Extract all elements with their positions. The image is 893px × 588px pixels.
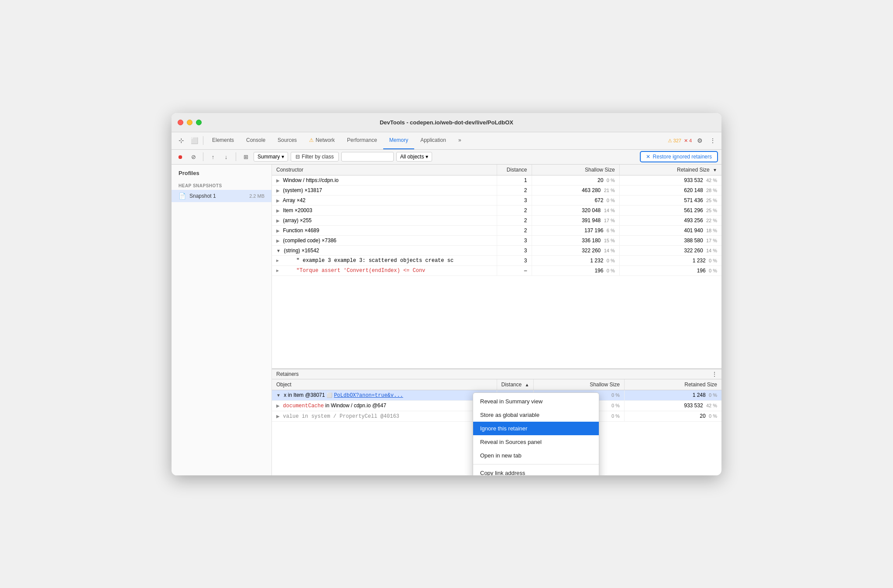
tab-bar: Elements Console Sources ⚠ Network Perfo… xyxy=(206,132,667,149)
summary-label: Summary xyxy=(258,154,280,160)
expand-icon[interactable]: ▶ xyxy=(276,178,280,183)
constructor-cell: ▶ "Torque assert 'Convert(endIndex) <= C… xyxy=(272,265,497,275)
retainers-label: Retainers xyxy=(276,371,299,377)
context-menu-item-ignore-retainer[interactable]: Ignore this retainer xyxy=(473,422,599,435)
context-menu-item-store-global[interactable]: Store as global variable xyxy=(473,408,599,422)
ret-distance-header[interactable]: Distance ▲ xyxy=(497,379,534,390)
ctx-item-label: Reveal in Sources panel xyxy=(480,439,542,445)
ret-retained-cell: 20 0 % xyxy=(624,411,721,421)
table-row[interactable]: ▼ (string) ×16542 3 322 260 14 % 322 260… xyxy=(272,245,721,255)
shallow-cell: 20 0 % xyxy=(532,175,619,185)
constructor-cell: ▶ Function ×4689 xyxy=(272,225,497,235)
stop-icon[interactable]: ⊘ xyxy=(188,151,199,162)
expand-icon[interactable]: ▶ xyxy=(276,218,280,223)
shallow-size-header[interactable]: Shallow Size xyxy=(532,165,619,175)
titlebar: DevTools - codepen.io/web-dot-dev/live/P… xyxy=(172,113,721,132)
constructor-table: Constructor Distance Shallow Size Retain… xyxy=(272,165,721,276)
retainer-link[interactable]: PoLdbOX?anon=true&v... xyxy=(334,392,403,399)
upper-table[interactable]: Constructor Distance Shallow Size Retain… xyxy=(272,165,721,369)
ret-shallow-header[interactable]: Shallow Size xyxy=(534,379,624,390)
record-icon[interactable]: ⏺ xyxy=(175,151,185,162)
constructor-header[interactable]: Constructor xyxy=(272,165,497,175)
upload-icon[interactable]: ↑ xyxy=(208,151,218,162)
retained-size-header[interactable]: Retained Size ▼ xyxy=(619,165,721,175)
context-menu-item-open-new-tab[interactable]: Open in new tab xyxy=(473,449,599,462)
class-filter-input[interactable] xyxy=(341,152,394,162)
tab-performance[interactable]: Performance xyxy=(341,132,383,149)
table-row[interactable]: ▶ Function ×4689 2 137 196 6 % 401 940 1… xyxy=(272,225,721,235)
ctx-item-label: Reveal in Summary view xyxy=(480,398,543,405)
expand-icon[interactable]: ▶ xyxy=(276,268,279,273)
download-icon[interactable]: ↓ xyxy=(221,151,231,162)
expand-icon[interactable]: ▼ xyxy=(276,248,281,253)
filter-button[interactable]: ⊟ Filter by class xyxy=(291,152,338,162)
context-menu-item-copy-link[interactable]: Copy link address xyxy=(473,466,599,475)
secondary-toolbar: ⏺ ⊘ ↑ ↓ ⊞ Summary ▾ ⊟ Filter by class Al… xyxy=(172,150,721,165)
distance-cell: 3 xyxy=(497,245,532,255)
expand-icon[interactable]: ▶ xyxy=(276,414,280,419)
context-menu-item-reveal-summary[interactable]: Reveal in Summary view xyxy=(473,395,599,408)
tab-application[interactable]: Application xyxy=(414,132,452,149)
fullscreen-button[interactable] xyxy=(196,120,202,125)
ret-retained-header[interactable]: Retained Size xyxy=(624,379,721,390)
expand-icon[interactable]: ▶ xyxy=(276,238,280,243)
expand-icon[interactable]: ▶ xyxy=(276,228,280,233)
ctx-item-label: Ignore this retainer xyxy=(480,425,527,432)
tab-sources[interactable]: Sources xyxy=(271,132,303,149)
table-row[interactable]: ▶ "Torque assert 'Convert(endIndex) <= C… xyxy=(272,265,721,275)
retained-cell: 933 532 42 % xyxy=(619,175,721,185)
distance-cell: 2 xyxy=(497,185,532,195)
shallow-cell: 672 0 % xyxy=(532,195,619,205)
expand-icon[interactable]: ▶ xyxy=(276,208,280,213)
clear-icon[interactable]: ⊞ xyxy=(240,151,251,162)
toolbar2-sep1 xyxy=(203,152,203,161)
close-button[interactable] xyxy=(178,120,183,125)
expand-icon[interactable]: ▶ xyxy=(276,198,280,203)
table-row[interactable]: ▶ Window / https://cdpn.io 1 20 0 % 933 … xyxy=(272,175,721,185)
expand-icon[interactable]: ▶ xyxy=(276,188,280,193)
constructor-cell: ▶ " example 3 example 3: scattered objec… xyxy=(272,255,497,265)
more-options-icon[interactable]: ⋮ xyxy=(708,135,718,146)
tab-more[interactable]: » xyxy=(452,132,467,149)
constructor-cell: ▶ Array ×42 xyxy=(272,195,497,205)
table-row[interactable]: ▶ Item ×20003 2 320 048 14 % 561 296 25 … xyxy=(272,205,721,215)
context-menu-item-reveal-sources[interactable]: Reveal in Sources panel xyxy=(473,435,599,449)
summary-dropdown[interactable]: Summary ▾ xyxy=(254,152,288,162)
table-row[interactable]: ▶ Array ×42 3 672 0 % 571 436 25 % xyxy=(272,195,721,205)
restore-ignored-button[interactable]: ✕ Restore ignored retainers xyxy=(640,151,718,162)
tab-memory[interactable]: Memory xyxy=(383,132,414,149)
expand-icon[interactable]: ▶ xyxy=(276,258,279,263)
table-row[interactable]: ▶ " example 3 example 3: scattered objec… xyxy=(272,255,721,265)
tab-console[interactable]: Console xyxy=(240,132,271,149)
expand-icon[interactable]: ▶ xyxy=(276,403,280,408)
warning-count: 327 xyxy=(673,138,681,143)
ret-retained-cell: 1 248 0 % xyxy=(624,390,721,400)
expand-icon[interactable]: ▼ xyxy=(276,393,281,398)
table-row[interactable]: ▶ (array) ×255 2 391 948 17 % 493 256 22… xyxy=(272,215,721,225)
constructor-table-body: ▶ Window / https://cdpn.io 1 20 0 % 933 … xyxy=(272,175,721,275)
table-row[interactable]: ▶ (system) ×13817 2 463 280 21 % 620 148… xyxy=(272,185,721,195)
table-header-row: Constructor Distance Shallow Size Retain… xyxy=(272,165,721,175)
tab-network[interactable]: ⚠ Network xyxy=(303,132,341,149)
distance-cell: 3 xyxy=(497,255,532,265)
object-cell: ▶ documentCache in Window / cdpn.io @647 xyxy=(272,400,497,411)
sidebar-item-snapshot1[interactable]: 📄 Snapshot 1 2.2 MB xyxy=(172,190,271,202)
distance-header[interactable]: Distance xyxy=(497,165,532,175)
distance-cell: – xyxy=(497,265,532,275)
settings-icon[interactable]: ⚙ xyxy=(694,135,705,146)
table-row[interactable]: ▶ (compiled code) ×7386 3 336 180 15 % 3… xyxy=(272,235,721,245)
error-icon: ✕ xyxy=(684,138,688,144)
device-icon[interactable]: ⬜ xyxy=(188,134,200,147)
all-objects-dropdown[interactable]: All objects ▾ xyxy=(396,152,432,162)
lower-table[interactable]: Object Distance ▲ Shallow Size Retained … xyxy=(272,379,721,475)
retained-cell: 196 0 % xyxy=(619,265,721,275)
minimize-button[interactable] xyxy=(187,120,192,125)
constructor-cell: ▶ (compiled code) ×7386 xyxy=(272,235,497,245)
tab-elements[interactable]: Elements xyxy=(206,132,240,149)
toolbar-separator-1 xyxy=(203,136,203,145)
shallow-cell: 1 232 0 % xyxy=(532,255,619,265)
inspect-icon[interactable]: ⊹ xyxy=(175,134,187,147)
shallow-cell: 336 180 15 % xyxy=(532,235,619,245)
object-header[interactable]: Object xyxy=(272,379,497,390)
context-menu-separator xyxy=(473,464,599,464)
